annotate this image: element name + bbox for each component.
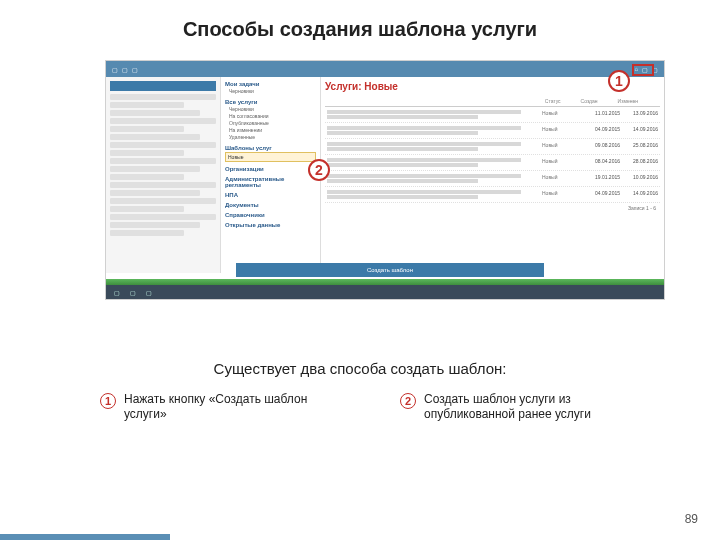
left-panel-header xyxy=(110,81,216,91)
legend-num-2: 2 xyxy=(400,393,416,409)
records-count: Записи 1 - 6 xyxy=(325,203,660,213)
nav-group: Документы xyxy=(225,202,316,208)
main-content: Услуги: Новые Статус Создан Изменен Новы… xyxy=(321,77,664,273)
slide-title: Способы создания шаблона услуги xyxy=(0,0,720,41)
legend-num-1: 1 xyxy=(100,393,116,409)
nav-item: На согласовании xyxy=(225,113,316,120)
legend-text-2: Создать шаблон услуги из опубликованной … xyxy=(424,392,620,422)
table-row: Новый08.04.201628.08.2016 xyxy=(325,155,660,171)
footer-accent-bar xyxy=(0,534,170,540)
legend-text-1: Нажать кнопку «Создать шаблон услуги» xyxy=(124,392,320,422)
marker-2: 2 xyxy=(308,159,330,181)
table-row: Новый11.01.201513.09.2016 xyxy=(325,107,660,123)
table-row: Новый09.08.201625.08.2016 xyxy=(325,139,660,155)
nav-panel: Мои задачи Черновики Все услуги Черновик… xyxy=(221,77,321,273)
nav-item: Удаленные xyxy=(225,134,316,141)
slide: Способы создания шаблона услуги ▢ ▢ ▢ ⌂ … xyxy=(0,0,720,540)
nav-group: Мои задачи xyxy=(225,81,316,87)
toolbar-item: ▢ xyxy=(130,289,136,296)
nav-item: Черновики xyxy=(225,106,316,113)
toolbar-item: ▢ xyxy=(114,289,120,296)
col-status: Статус xyxy=(545,98,561,104)
nav-group: Шаблоны услуг xyxy=(225,145,316,151)
nav-group: НПА xyxy=(225,192,316,198)
table-row: Новый19.01.201510.09.2016 xyxy=(325,171,660,187)
nav-group: Справочники xyxy=(225,212,316,218)
table-row: Новый04.09.201514.09.2016 xyxy=(325,123,660,139)
nav-item: Черновики xyxy=(225,88,316,95)
col-created: Создан xyxy=(581,98,598,104)
callout-box-1 xyxy=(632,64,654,76)
nav-group: Все услуги xyxy=(225,99,316,105)
nav-group: Административные регламенты xyxy=(225,176,316,188)
left-panel xyxy=(106,77,221,273)
nav-group: Организации xyxy=(225,166,316,172)
table-row: Новый04.09.201514.09.2016 xyxy=(325,187,660,203)
page-title: Услуги: Новые xyxy=(325,81,398,92)
topbar-item: ▢ xyxy=(122,66,128,73)
marker-1: 1 xyxy=(608,70,630,92)
legend-item-2: 2 Создать шаблон услуги из опубликованно… xyxy=(400,392,620,422)
col-edited: Изменен xyxy=(618,98,638,104)
app-topbar: ▢ ▢ ▢ ⌂ ▢ ▢ xyxy=(106,61,664,77)
topbar-left: ▢ ▢ ▢ xyxy=(112,66,138,73)
legend-item-1: 1 Нажать кнопку «Создать шаблон услуги» xyxy=(100,392,320,422)
nav-item: Опубликованные xyxy=(225,120,316,127)
app-screenshot: ▢ ▢ ▢ ⌂ ▢ ▢ Мои задачи Чер xyxy=(105,60,665,300)
create-template-button[interactable]: Создать шаблон xyxy=(236,263,544,277)
legend: 1 Нажать кнопку «Создать шаблон услуги» … xyxy=(0,392,720,422)
topbar-item: ▢ xyxy=(132,66,138,73)
slide-subtitle: Существует два способа создать шаблон: xyxy=(0,360,720,377)
table-header: Статус Создан Изменен xyxy=(325,96,660,107)
toolbar-item: ▢ xyxy=(146,289,152,296)
nav-item-active: Новые xyxy=(225,152,316,162)
nav-item: На изменении xyxy=(225,127,316,134)
nav-group: Открытые данные xyxy=(225,222,316,228)
page-number: 89 xyxy=(685,512,698,526)
bottom-toolbar: ▢ ▢ ▢ xyxy=(106,285,664,299)
topbar-item: ▢ xyxy=(112,66,118,73)
